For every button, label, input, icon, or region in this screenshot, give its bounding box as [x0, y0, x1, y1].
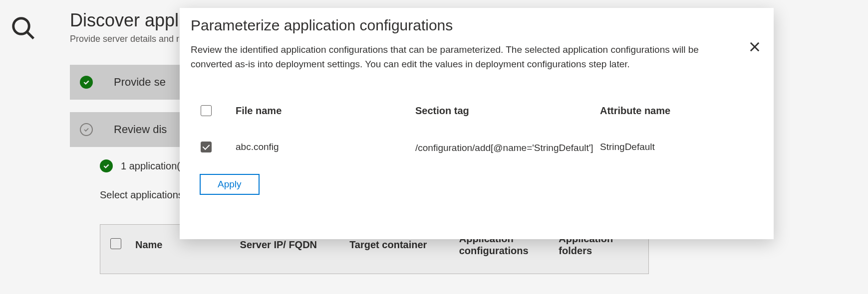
- svg-line-1: [27, 32, 34, 39]
- check-icon: [100, 159, 113, 172]
- parameterize-modal: Parameterize application configurations …: [180, 8, 774, 239]
- config-row: abc.config /configuration/add[@name='Str…: [191, 138, 760, 159]
- close-icon: [748, 40, 762, 54]
- column-section-tag: Section tag: [415, 105, 595, 117]
- attribute-name-cell: StringDefault: [600, 142, 750, 152]
- step-label: Review dis: [114, 123, 167, 136]
- config-row-checkbox[interactable]: [201, 142, 212, 152]
- file-name-cell: abc.config: [236, 142, 410, 152]
- summary-text: 1 application(: [121, 160, 180, 172]
- column-name: Name: [135, 239, 230, 251]
- step-label: Provide se: [114, 76, 166, 89]
- modal-title: Parameterize application configurations: [191, 17, 760, 34]
- check-icon: [80, 76, 93, 89]
- close-button[interactable]: [746, 38, 764, 57]
- config-header: File name Section tag Attribute name: [191, 101, 760, 123]
- modal-description: Review the identified application config…: [191, 43, 740, 71]
- page-subtitle: Provide server details and run: [70, 34, 189, 44]
- select-all-configs-checkbox[interactable]: [201, 105, 212, 116]
- section-tag-cell: /configuration/add[@name='StringDefault'…: [415, 142, 525, 155]
- select-applications-label: Select applications: [100, 189, 183, 201]
- column-attribute-name: Attribute name: [600, 105, 750, 117]
- config-table: File name Section tag Attribute name abc…: [191, 101, 760, 159]
- svg-point-0: [13, 18, 29, 34]
- select-all-checkbox: [110, 238, 121, 249]
- apply-button[interactable]: Apply: [200, 174, 260, 195]
- column-server-ip: Server IP/ FQDN: [240, 239, 340, 251]
- column-file-name: File name: [236, 105, 410, 117]
- application-summary: 1 application(: [100, 159, 180, 172]
- check-outline-icon: [80, 123, 93, 136]
- search-icon: [10, 15, 37, 44]
- column-target: Target container: [349, 239, 449, 251]
